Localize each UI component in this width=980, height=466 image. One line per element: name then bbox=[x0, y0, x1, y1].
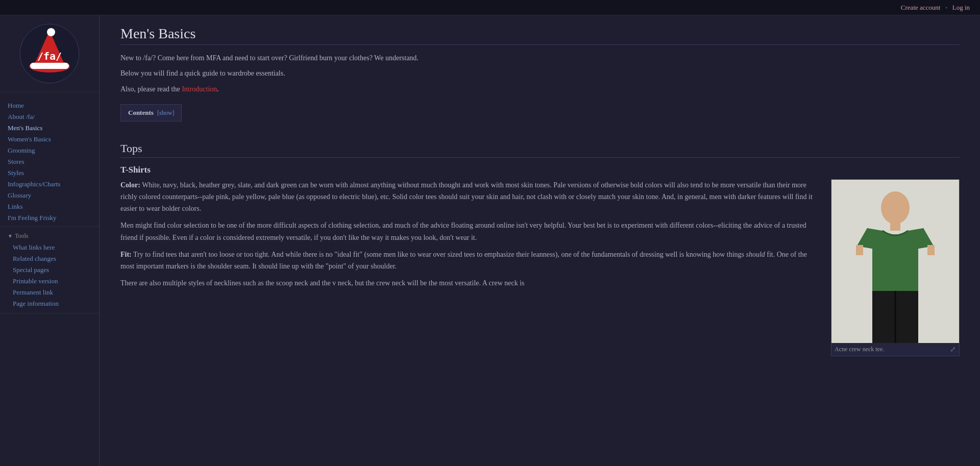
site-logo: /fa/ bbox=[19, 23, 80, 84]
svg-rect-12 bbox=[927, 245, 935, 255]
image-expand-icon[interactable]: ⤢ bbox=[950, 345, 956, 354]
section-tshirts-heading: T-Shirts bbox=[120, 165, 960, 175]
sidebar-item-womens-basics[interactable]: Women's Basics bbox=[0, 134, 99, 145]
tools-section: ▼ Tools What links here Related changes … bbox=[0, 227, 99, 313]
intro-paragraph-1: New to /fa/? Come here from MFA and need… bbox=[120, 53, 960, 64]
sidebar-item-stores[interactable]: Stores bbox=[0, 156, 99, 167]
introduction-link[interactable]: Introduction bbox=[182, 85, 217, 93]
contents-box: Contents [show] bbox=[120, 104, 182, 121]
sidebar-item-infographics[interactable]: Infographics/Charts bbox=[0, 179, 99, 190]
svg-point-7 bbox=[881, 191, 910, 224]
sidebar-item-page-information[interactable]: Page information bbox=[0, 298, 99, 309]
svg-rect-8 bbox=[890, 222, 900, 231]
contents-show-link[interactable]: [show] bbox=[157, 109, 174, 116]
image-caption-text: Acne crew neck tee. bbox=[835, 346, 884, 353]
svg-rect-11 bbox=[856, 245, 863, 255]
tshirt-svg bbox=[831, 180, 959, 343]
tools-header: ▼ Tools bbox=[0, 229, 99, 241]
tshirt-image bbox=[831, 180, 959, 343]
svg-rect-4 bbox=[30, 63, 69, 69]
sidebar-item-styles[interactable]: Styles bbox=[0, 167, 99, 179]
image-caption-bar: Acne crew neck tee. ⤢ bbox=[831, 343, 959, 356]
section-tops-heading: Tops bbox=[120, 142, 960, 158]
sidebar: /fa/ Home About /fa/ Men's Basics Women'… bbox=[0, 15, 100, 466]
intro-3-suffix: . bbox=[217, 85, 219, 93]
fit-italic: should bbox=[746, 251, 765, 258]
create-account-link[interactable]: Create account bbox=[901, 4, 941, 12]
sidebar-logo: /fa/ bbox=[0, 15, 99, 92]
svg-point-3 bbox=[47, 28, 55, 36]
sidebar-item-grooming[interactable]: Grooming bbox=[0, 145, 99, 156]
sidebar-item-mens-basics[interactable]: Men's Basics bbox=[0, 122, 99, 134]
intro-3-prefix: Also, please read the bbox=[120, 85, 182, 93]
topbar: Create account · Log in bbox=[0, 0, 980, 15]
fit-label: Fit: bbox=[120, 251, 132, 258]
nav-main-section: Home About /fa/ Men's Basics Women's Bas… bbox=[0, 97, 99, 227]
sidebar-item-related-changes[interactable]: Related changes bbox=[0, 253, 99, 264]
sidebar-item-glossary[interactable]: Glossary bbox=[0, 190, 99, 201]
color-text: White, navy, black, heather grey, slate,… bbox=[120, 181, 813, 212]
page-title-bar: Men's Basics bbox=[120, 26, 960, 45]
intro-paragraph-3: Also, please read the Introduction. bbox=[120, 84, 960, 95]
intro-paragraph-2: Below you will find a quick guide to war… bbox=[120, 68, 960, 79]
sidebar-item-links[interactable]: Links bbox=[0, 201, 99, 212]
layout: /fa/ Home About /fa/ Men's Basics Women'… bbox=[0, 15, 980, 466]
topbar-links: Create account · Log in bbox=[901, 4, 970, 12]
sidebar-item-special-pages[interactable]: Special pages bbox=[0, 264, 99, 276]
sidebar-item-frisky[interactable]: I'm Feeling Frisky bbox=[0, 212, 99, 224]
sidebar-item-permanent-link[interactable]: Permanent link bbox=[0, 287, 99, 298]
tshirt-image-container: Acne crew neck tee. ⤢ bbox=[831, 179, 960, 356]
sidebar-item-what-links-here[interactable]: What links here bbox=[0, 242, 99, 253]
login-link[interactable]: Log in bbox=[952, 4, 970, 12]
page-title: Men's Basics bbox=[120, 26, 960, 42]
svg-text:/fa/: /fa/ bbox=[37, 50, 62, 62]
topbar-separator: · bbox=[945, 4, 947, 12]
tools-triangle: ▼ bbox=[8, 233, 13, 239]
sidebar-item-printable-version[interactable]: Printable version bbox=[0, 276, 99, 287]
sidebar-nav: Home About /fa/ Men's Basics Women's Bas… bbox=[0, 92, 99, 318]
tools-items: What links here Related changes Special … bbox=[0, 241, 99, 310]
sidebar-item-about[interactable]: About /fa/ bbox=[0, 111, 99, 122]
sidebar-item-home[interactable]: Home bbox=[0, 100, 99, 111]
tools-label: Tools bbox=[15, 232, 29, 240]
main-content: Men's Basics New to /fa/? Come here from… bbox=[100, 15, 980, 466]
contents-label: Contents bbox=[128, 109, 154, 116]
fit-text-1: Try to find tees that aren't too loose o… bbox=[132, 251, 746, 258]
color-label: Color: bbox=[120, 181, 140, 189]
